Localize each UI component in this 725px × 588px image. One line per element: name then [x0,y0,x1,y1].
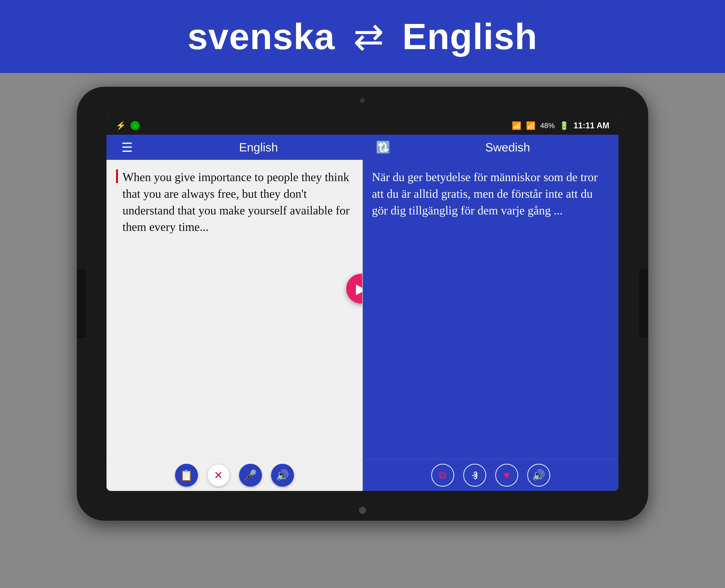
source-language-button[interactable]: English [148,141,369,154]
heart-icon: ♥ [504,469,510,481]
battery-icon: 🔋 [559,121,569,130]
banner-swap-icon: ⇄ [354,15,384,58]
translate-arrow-icon: ▶ [356,281,362,297]
clipboard-button[interactable]: 📋 [175,464,198,487]
top-banner: svenska ⇄ English [0,0,725,73]
hamburger-icon: ☰ [121,140,133,155]
target-speaker-icon: 🔊 [532,469,545,481]
banner-lang1: svenska [187,16,335,58]
share-button[interactable]: Ⱐ [463,464,486,487]
target-text-area: När du ger betydelse för människor som d… [363,160,619,459]
source-text: When you give importance to people they … [118,169,353,235]
share-icon: Ⱐ [472,469,478,481]
favorite-button[interactable]: ♥ [495,464,518,487]
source-language-label: English [239,141,278,154]
target-action-buttons: ⧉ Ⱐ ♥ 🔊 [363,459,619,491]
main-content: When you give importance to people they … [106,160,619,491]
source-speaker-button[interactable]: 🔊 [271,464,294,487]
status-bar: ⚡ ● 📶 📶 48% 🔋 11:11 AM [106,117,619,135]
microphone-button[interactable]: 🎤 [239,464,262,487]
clear-button[interactable]: ✕ [207,464,230,487]
menu-button[interactable]: ☰ [106,140,148,155]
target-language-label: Swedish [485,141,530,154]
text-cursor [116,169,118,183]
notification-icon: ● [130,121,140,130]
status-right-icons: 📶 📶 48% 🔋 11:11 AM [512,121,609,130]
device-screen: ⚡ ● 📶 📶 48% 🔋 11:11 AM ☰ English 🔃 [106,117,619,491]
swap-icon: 🔃 [376,141,390,154]
copy-button[interactable]: ⧉ [431,464,454,487]
banner-lang2: English [402,16,538,58]
target-text: När du ger betydelse för människor som d… [372,169,609,219]
translate-button[interactable]: ▶ [346,274,362,303]
app-toolbar: ☰ English 🔃 Swedish [106,135,619,160]
status-left-icons: ⚡ ● [116,121,140,130]
clipboard-icon: 📋 [180,469,193,481]
mic-icon: 🎤 [244,469,257,481]
source-action-buttons: 📋 ✕ 🎤 🔊 [106,459,362,491]
usb-icon: ⚡ [116,121,126,130]
target-speaker-button[interactable]: 🔊 [527,464,550,487]
speaker-right [639,270,648,338]
target-panel: När du ger betydelse för människor som d… [363,160,619,491]
speaker-left [77,270,86,338]
copy-icon: ⧉ [439,469,446,481]
target-language-button[interactable]: Swedish [397,141,619,154]
clear-icon: ✕ [214,469,223,481]
home-button[interactable] [359,507,366,514]
battery-percent: 48% [540,122,555,130]
wifi-icon: 📶 [512,121,521,130]
speaker-icon: 🔊 [276,469,289,481]
signal-icon: 📶 [526,121,536,130]
source-panel: When you give importance to people they … [106,160,363,491]
tablet-device: ⚡ ● 📶 📶 48% 🔋 11:11 AM ☰ English 🔃 [77,87,648,521]
source-text-area[interactable]: When you give importance to people they … [106,160,362,459]
clock: 11:11 AM [573,121,609,130]
swap-languages-button[interactable]: 🔃 [369,141,397,154]
front-camera [360,98,365,103]
